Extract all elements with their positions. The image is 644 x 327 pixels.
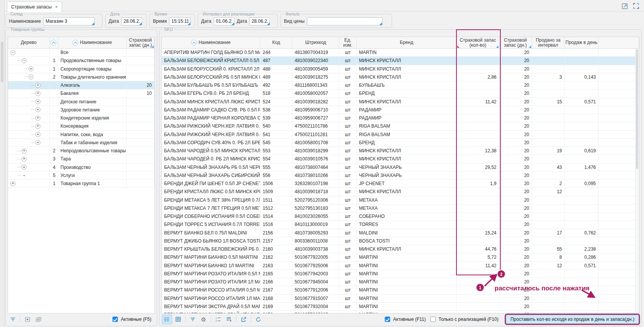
sku-row[interactable]: ВЕРМУТ МАРТИНИ РОЗАТО ИТАЛИЯ 0.5Л MARTIN… <box>162 270 639 278</box>
interval-from-input[interactable] <box>214 17 235 25</box>
tree-row[interactable]: Табак и табачные изделия <box>8 139 154 147</box>
tree-expander-icon[interactable] <box>22 157 27 162</box>
tree-expander-icon[interactable] <box>35 91 40 96</box>
tree-row[interactable]: Кондитерские изделия <box>8 114 154 122</box>
tree-row[interactable]: 4 Производство <box>8 164 154 172</box>
tree-expander-icon[interactable] <box>10 50 15 55</box>
tree-row[interactable]: Консервация <box>8 122 154 130</box>
column-header-brand[interactable]: Бренд <box>357 37 457 48</box>
sku-row[interactable]: ВЕРМУТ МАРТИНИ ЭКСТРА ДРАЙ ИТАЛИЯ 1Л MAR… <box>162 311 639 314</box>
list-view-icon[interactable] <box>162 315 172 324</box>
sku-row[interactable]: БРЕНДИ ТОРРЕС 5 ИСПАНИЯ 0.7Л TORRES 1516… <box>162 221 639 229</box>
tree-row[interactable]: Детское питание <box>8 98 154 106</box>
sku-row[interactable]: БАЛЬЗАМ ЕГЕРЬ СУВ.0. РБ 2Л БРЕНД 518 481… <box>162 89 639 98</box>
sku-row[interactable]: ВЕРМУТ БИАНКО БЕЛ 0.75Л MALDINI 2156 481… <box>162 229 639 237</box>
sku-row[interactable]: БАЛЬЗАМ РАДАМИР ЧЕРНАЯ КОРОЛЕВА СУВ 0.5Л… <box>162 114 639 122</box>
add-group-icon[interactable] <box>34 315 43 324</box>
column-header-stock-days[interactable]: Страховой запас (дн.) <box>127 37 154 48</box>
sku-row[interactable]: АПЕРИТИВ МАРТИН ГОЛД БЬЯНКО 0.5Л MARTIN … <box>162 49 639 57</box>
sku-row[interactable]: ВЕРМУТ МАРТИНИ ЭКСТРА ДРАЙ 0.5Л MARTINI … <box>162 303 639 311</box>
tree-expander-icon[interactable] <box>35 83 40 88</box>
sku-row[interactable]: БАЛЬЗАМ РИЖСКИЙ ЧЕРН.КЕР. ЛАТВИЯ 0.5Л RI… <box>162 131 639 139</box>
sku-row[interactable]: БАЛЬЗАМ МИНСК КРИСТАЛЛ ЛЮКС КРИСТАЛ 0.5Л… <box>162 98 639 106</box>
add-item-icon[interactable] <box>23 315 32 324</box>
tree-row[interactable]: Все <box>8 49 154 57</box>
tree-row[interactable]: 2 Товары длительного хранения <box>8 73 154 81</box>
settings-icon[interactable]: ⚙ <box>199 315 208 324</box>
tree-row[interactable]: Алкоголь 20 <box>8 81 154 89</box>
refresh-icon[interactable] <box>253 315 263 324</box>
sku-row[interactable]: БРЕНДИ КРИСТАЛЛ ЛЮКС 0.5Л МИНСК КРИСТАЛЛ… <box>162 188 639 196</box>
filter-icon[interactable] <box>188 315 198 324</box>
interval-to-input[interactable] <box>249 17 270 25</box>
sku-row[interactable]: БРЕНДИ ДЖЕЙ ПИ ШЕНЕТ 0.5Л JP CHENET 1506… <box>162 180 639 188</box>
sku-row[interactable]: БАЛЬЗАМ РАДАМИР САДКО СУВ. РБ 0.5Л РАДАМ… <box>162 106 639 114</box>
sku-row[interactable]: БРЕНДИ МЕТАКСА 5 ЛЕТ 38% ГРЕЦИЯ 0.7Л МЕТ… <box>162 196 639 204</box>
column-header-code[interactable]: Код <box>260 37 292 48</box>
sku-row[interactable]: БАЛЬЗАМ БЕЛОРУССКИЙ РБ 0.5Л МИНСК КРИСТА… <box>162 73 639 81</box>
tree-expander-icon[interactable] <box>22 148 27 153</box>
active-f5-checkbox[interactable] <box>112 317 118 322</box>
tree-row[interactable]: 3 Тара <box>8 155 154 163</box>
column-header-order[interactable]: П <box>50 37 58 48</box>
sku-row[interactable]: БАЛЬЗАМ ЧЕРНЫЙ ЗНАХАРЬ РБ 0.5Л ЧЕРНЫЙ ЗН… <box>162 164 639 172</box>
sku-row[interactable]: ВЕРМУТ МАРТИНИ РОССО ИТАЛИЯ 1Л MARTINI 2… <box>162 295 639 303</box>
sku-row[interactable]: ВЕРМУТ МАРТИНИ БИАНКО 1Л MARTINI 2163 50… <box>162 262 639 270</box>
tree-expander-icon[interactable] <box>35 99 40 104</box>
sku-scrollbar-thumb[interactable] <box>636 49 638 169</box>
tree-expander-icon[interactable] <box>35 116 40 121</box>
tree-row[interactable]: 2 Непродовольтсвенные товары <box>8 147 154 155</box>
fullscreen-icon[interactable] <box>633 3 639 10</box>
time-input[interactable] <box>169 17 191 25</box>
apply-quantity-button[interactable]: Проставить кол-во исходя из продаж в ден… <box>506 315 639 324</box>
column-header-barcode[interactable]: Штрихкод <box>292 37 339 48</box>
tab-safety-stocks[interactable]: Страховые запасы × <box>7 2 62 12</box>
sku-row[interactable]: БРЕНДИ МЕТАКСА 7 ЛЕТ ГРЕЦИЯ 0.5Л МЕТАХА … <box>162 204 639 212</box>
date-input[interactable] <box>121 17 142 25</box>
column-header-unit[interactable]: Ед. изм. <box>339 37 357 48</box>
tree-expander-icon[interactable] <box>35 132 40 137</box>
add-list-icon[interactable] <box>224 315 234 324</box>
tree-row[interactable]: 5 Услуги <box>8 172 154 180</box>
open-in-window-icon[interactable] <box>622 3 628 10</box>
tree-expander-icon[interactable] <box>22 58 27 63</box>
tree-expander-icon[interactable] <box>29 66 34 71</box>
price-type-input[interactable] <box>307 17 382 25</box>
sku-row[interactable]: ВЕРМУТ КРЫШТАЛЬ БЕЛОВЕЖСКИЙ РБ 0.7Л МИНС… <box>162 245 639 253</box>
tree-row[interactable]: 1 Скоропортящие товары <box>8 65 154 73</box>
sku-row[interactable]: БАЛЬЗАМ СОРОДИЧ СУВ.40% 0. РБ 2Л БРЕНД 5… <box>162 139 639 147</box>
tree-expander-icon[interactable] <box>35 140 40 145</box>
column-header-tree[interactable]: Дерево <box>8 37 50 48</box>
tab-close-icon[interactable]: × <box>55 4 58 10</box>
filter-icon[interactable] <box>8 315 18 324</box>
sku-row[interactable]: ВЕРМУТ МАРТИНИ БИАНКО 0.5Л MARTINI 2162 … <box>162 253 639 261</box>
sku-row[interactable]: БАЛЬЗАМ ЧЕРНЫЙ ЗНАХАРЬ СИБИРСКИЙ 0.5Л ЧЕ… <box>162 172 639 180</box>
numbered-list-icon[interactable]: 12 <box>213 315 223 324</box>
sku-row[interactable]: БАЛЬЗАМ БЕЛОВЕЖСКИЙ КРИСТАЛЛ 0.5Л МИНСК … <box>162 57 639 65</box>
warehouse-input[interactable] <box>43 17 95 25</box>
sku-row[interactable]: БАЛЬЗАМ ЧАРОДЕЙ 0.5Л МИНСК КРИСТАЛЛ 553 … <box>162 147 639 155</box>
column-header-name[interactable]: Наименование <box>58 37 127 48</box>
tree-expander-icon[interactable] <box>29 74 34 79</box>
tree-expander-icon[interactable] <box>35 107 40 112</box>
sku-row[interactable]: БРЕНДИ СОБЕРАНО ИСПАНИЯ 0.5Л СОБЕРАНО 15… <box>162 212 639 221</box>
tree-row[interactable]: Бакалея 10 <box>8 89 154 98</box>
table-view-icon[interactable] <box>173 315 183 324</box>
sku-row[interactable]: БАЛЬЗАМ БУЛЬБАШЪ РБ 0.5Л БУЛЬБАШЪ 492 48… <box>162 81 639 89</box>
active-f11-checkbox[interactable] <box>385 317 390 322</box>
tree-expander-icon[interactable] <box>10 181 15 186</box>
column-header-sold-interval[interactable]: Продано за интервал <box>532 37 565 48</box>
sku-row[interactable]: БАЛЬЗАМ БЕЛОРУССКИЙ 0. КРИСТАЛЛ 2Л МИНСК… <box>162 65 639 73</box>
column-header-stock-qty[interactable]: Страховой запас (кол-во) <box>457 37 499 48</box>
tree-row[interactable]: 1 Продовольственные товары <box>8 57 154 65</box>
column-header-sales-per-day[interactable]: Продаж в день <box>565 37 599 48</box>
sku-row[interactable]: БАЛЬЗАМ РИЖСКИЙ ЧЕРН.КЕР. ЛАТВИЯ 0.35Л R… <box>162 122 639 130</box>
sku-row[interactable]: БАЛЬЗАМ ЧАРОДЕЙ 0. РБ 2Л МИНСК КРИСТАЛЛ … <box>162 155 639 163</box>
tree-expander-icon[interactable] <box>35 124 40 129</box>
tree-row[interactable]: 1 Товарная группа 1 <box>8 180 154 188</box>
tree-expander-icon[interactable] <box>22 165 27 170</box>
left-scroll-thumb[interactable] <box>1 42 3 82</box>
only-sales-f10-checkbox[interactable] <box>430 317 436 322</box>
sku-row[interactable]: ВЕРМУТ ДЖИБО БЬЯНКО 1Л BOSCA TOSTI 2157 … <box>162 237 639 245</box>
tree-expander-icon[interactable] <box>22 173 27 178</box>
